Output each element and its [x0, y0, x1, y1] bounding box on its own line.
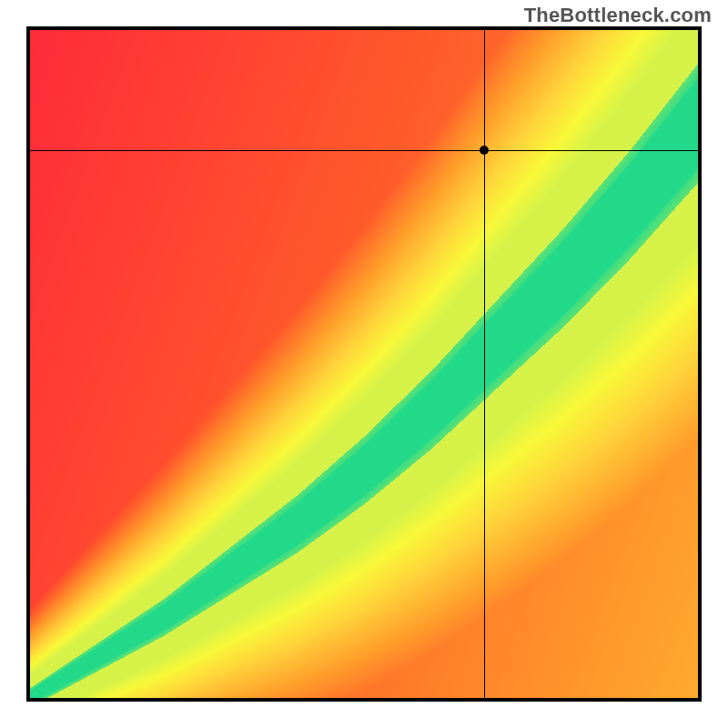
chart-container: TheBottleneck.com	[0, 0, 728, 728]
crosshair-vertical	[484, 30, 485, 698]
plot-area	[30, 30, 698, 698]
watermark-label: TheBottleneck.com	[524, 4, 712, 27]
crosshair-horizontal	[30, 150, 698, 151]
heatmap-canvas	[30, 30, 698, 698]
plot-frame	[26, 26, 702, 702]
crosshair-marker	[480, 146, 489, 155]
